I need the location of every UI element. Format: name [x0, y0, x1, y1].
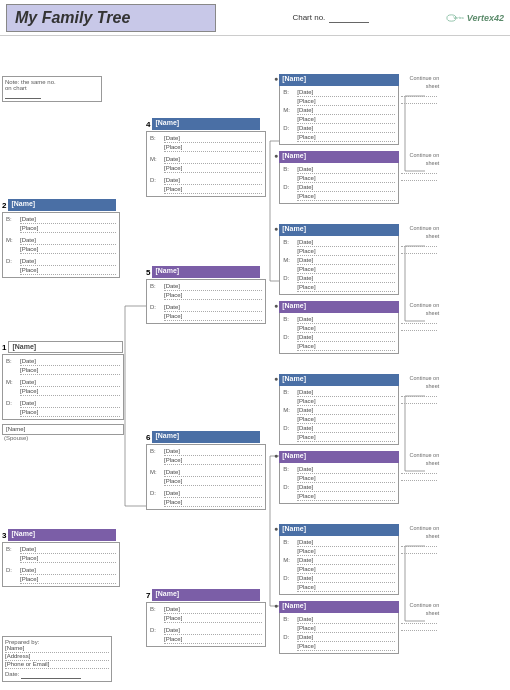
column-1: Note: the same no. on chart 2 [Name] B:[…	[0, 36, 132, 690]
person-12-bullet: ●	[274, 375, 278, 382]
person-9-note: Continue on sheet	[401, 151, 439, 181]
person-7-name-bar: [Name]	[152, 589, 260, 601]
person-14-block: ● [Name] B:[Date] [Place] M:[Date] [Plac…	[274, 524, 439, 595]
prepared-address: [Address]	[5, 653, 109, 661]
person-15-block: ● [Name] B:[Date] [Place] D:[Date] [Plac…	[274, 601, 439, 654]
chart-no-label: Chart no.	[292, 13, 325, 22]
app-title: My Family Tree	[15, 9, 130, 26]
person-2-block: 2 [Name] B:[Date] [Place] M:[Date] [Plac…	[2, 199, 120, 278]
logo-text: Vertex42	[467, 13, 504, 23]
person-9-fields: B:[Date] [Place] D:[Date] [Place]	[279, 163, 399, 204]
person-13-bullet: ●	[274, 452, 278, 459]
person-14-fields: B:[Date] [Place] M:[Date] [Place] D:[Dat…	[279, 536, 399, 595]
main-content: Note: the same no. on chart 2 [Name] B:[…	[0, 36, 510, 690]
person-7-block: 7 [Name] B:[Date] [Place] D:[Date] [Plac…	[146, 589, 266, 647]
spouse-name-field: [Name]	[2, 424, 124, 435]
prepared-name: [Name]	[5, 645, 109, 653]
person-10-fields: B:[Date] [Place] M:[Date] [Place] D:[Dat…	[279, 236, 399, 295]
person-3-block: 3 [Name] B:[Date] [Place] D:[Date] [Plac…	[2, 529, 120, 587]
person-11-fields: B:[Date] [Place] D:[Date] [Place]	[279, 313, 399, 354]
person-4-name-bar: [Name]	[152, 118, 260, 130]
person-15-name-bar: [Name]	[279, 601, 399, 613]
person-3-fields: B:[Date] [Place] D:[Date] [Place]	[2, 542, 120, 587]
person-8-bullet: ●	[274, 75, 278, 82]
person-13-note: Continue on sheet	[401, 451, 439, 481]
person-11-note: Continue on sheet	[401, 301, 439, 331]
person-12-block: ● [Name] B:[Date] [Place] M:[Date] [Plac…	[274, 374, 439, 445]
person-5-block: 5 [Name] B:[Date] [Place] D:[Date] [Plac…	[146, 266, 266, 324]
svg-text:Vertex42: Vertex42	[453, 16, 464, 20]
person-4-num: 4	[146, 120, 150, 129]
note-box: Note: the same no. on chart	[2, 76, 102, 102]
person-11-name-bar: [Name]	[279, 301, 399, 313]
person-1-fields: B:[Date] [Place] M:[Date] [Place] D:[Dat…	[2, 354, 124, 420]
person-1-num: 1	[2, 343, 6, 352]
person-1-name-bar: [Name]	[8, 341, 123, 353]
person-4-fields: B:[Date] [Place] M:[Date] [Place] D:[Dat…	[146, 131, 266, 197]
header: My Family Tree Chart no. Vertex42 Vertex…	[0, 0, 510, 36]
person-12-note: Continue on sheet	[401, 374, 439, 404]
column-2: 4 [Name] B:[Date] [Place] M:[Date] [Plac…	[132, 36, 274, 690]
logo: Vertex42 Vertex42	[446, 9, 504, 27]
person-12-fields: B:[Date] [Place] M:[Date] [Place] D:[Dat…	[279, 386, 399, 445]
person-6-name-bar: [Name]	[152, 431, 260, 443]
person-14-name-bar: [Name]	[279, 524, 399, 536]
person-2-name-bar: [Name]	[8, 199, 116, 211]
person-15-note: Continue on sheet	[401, 601, 439, 631]
person-3-num: 3	[2, 531, 6, 540]
date-label: Date:	[5, 671, 19, 679]
spouse-label: (Spouse)	[2, 435, 124, 441]
person-2-fields: B:[Date] [Place] M:[Date] [Place] D:[Dat…	[2, 212, 120, 278]
person-3-name-bar: [Name]	[8, 529, 116, 541]
person-6-num: 6	[146, 433, 150, 442]
person-7-fields: B:[Date] [Place] D:[Date] [Place]	[146, 602, 266, 647]
person-13-fields: B:[Date] [Place] D:[Date] [Place]	[279, 463, 399, 504]
person-13-block: ● [Name] B:[Date] [Place] D:[Date] [Plac…	[274, 451, 439, 504]
person-11-bullet: ●	[274, 302, 278, 309]
person-6-block: 6 [Name] B:[Date] [Place] M:[Date] [Plac…	[146, 431, 266, 510]
chart-no-field[interactable]	[329, 13, 369, 23]
person-1-block: 1 [Name] B:[Date] [Place] M:[Date] [Plac…	[2, 341, 124, 441]
person-2-num: 2	[2, 201, 6, 210]
person-10-bullet: ●	[274, 225, 278, 232]
person-10-name-bar: [Name]	[279, 224, 399, 236]
person-13-name-bar: [Name]	[279, 451, 399, 463]
column-3: ● [Name] B:[Date] [Place] M:[Date] [Plac…	[274, 36, 510, 690]
person-15-fields: B:[Date] [Place] D:[Date] [Place]	[279, 613, 399, 654]
title-box: My Family Tree	[6, 4, 216, 32]
date-field[interactable]	[21, 671, 81, 679]
person-11-block: ● [Name] B:[Date] [Place] D:[Date] [Plac…	[274, 301, 439, 354]
person-7-num: 7	[146, 591, 150, 600]
note-chart-field[interactable]	[5, 91, 41, 99]
person-9-name-bar: [Name]	[279, 151, 399, 163]
person-8-note: Continue on sheet	[401, 74, 439, 104]
prepared-by-box: Prepared by: [Name] [Address] [Phone or …	[2, 636, 112, 682]
person-9-block: ● [Name] B:[Date] [Place] D:[Date] [Plac…	[274, 151, 439, 204]
prepared-phone: [Phone or Email]	[5, 661, 109, 669]
logo-icon: Vertex42	[446, 9, 464, 27]
person-15-bullet: ●	[274, 602, 278, 609]
person-5-num: 5	[146, 268, 150, 277]
person-10-note: Continue on sheet	[401, 224, 439, 254]
person-8-fields: B:[Date] [Place] M:[Date] [Place] D:[Dat…	[279, 86, 399, 145]
date-row: Date:	[5, 671, 109, 679]
person-9-bullet: ●	[274, 152, 278, 159]
person-14-note: Continue on sheet	[401, 524, 439, 554]
person-10-block: ● [Name] B:[Date] [Place] M:[Date] [Plac…	[274, 224, 439, 295]
person-12-name-bar: [Name]	[279, 374, 399, 386]
person-8-block: ● [Name] B:[Date] [Place] M:[Date] [Plac…	[274, 74, 439, 145]
person-4-block: 4 [Name] B:[Date] [Place] M:[Date] [Plac…	[146, 118, 266, 197]
person-8-name-bar: [Name]	[279, 74, 399, 86]
person-6-fields: B:[Date] [Place] M:[Date] [Place] D:[Dat…	[146, 444, 266, 510]
note-line2: on chart	[5, 85, 99, 91]
person-5-fields: B:[Date] [Place] D:[Date] [Place]	[146, 279, 266, 324]
person-1-spouse: [Name] (Spouse)	[2, 424, 124, 441]
person-5-name-bar: [Name]	[152, 266, 260, 278]
person-14-bullet: ●	[274, 525, 278, 532]
